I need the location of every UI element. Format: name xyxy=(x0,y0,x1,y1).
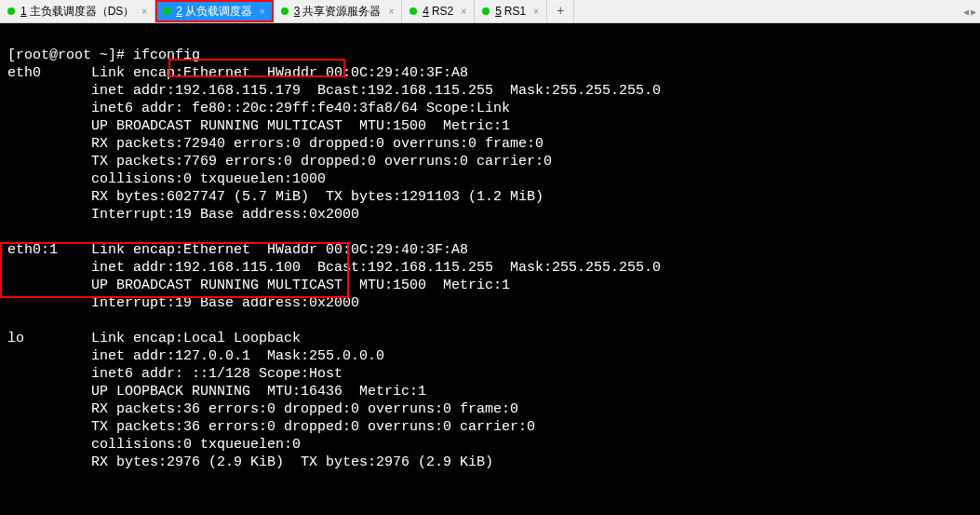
lo-line: UP LOOPBACK RUNNING MTU:16436 Metric:1 xyxy=(7,384,426,400)
tab-nav-arrows[interactable]: ◀ ▶ xyxy=(963,0,976,23)
terminal-output[interactable]: [root@root ~]# ifconfig eth0 Link encap:… xyxy=(0,23,980,512)
eth01-line: eth0:1 Link encap:Ethernet HWaddr 00:0C:… xyxy=(7,242,485,258)
status-dot-icon xyxy=(409,7,417,15)
tab-bar: 1 主负载调度器（DS） × 2 从负载调度器 × 3 共享资源服务器 × 4 … xyxy=(0,0,980,23)
close-icon[interactable]: × xyxy=(141,7,147,17)
eth0-line: TX packets:7769 errors:0 dropped:0 overr… xyxy=(7,154,552,169)
chevron-left-icon[interactable]: ◀ xyxy=(963,7,969,18)
tab-2[interactable]: 2 从负载调度器 × xyxy=(155,0,274,22)
close-icon[interactable]: × xyxy=(388,7,394,17)
eth0-line: inet6 addr: fe80::20c:29ff:fe40:3fa8/64 … xyxy=(7,101,510,116)
tab-number: 5 xyxy=(495,5,502,18)
eth0-line: Interrupt:19 Base address:0x2000 xyxy=(7,207,368,223)
lo-line: TX packets:36 errors:0 dropped:0 overrun… xyxy=(7,419,535,435)
eth0-line: UP BROADCAST RUNNING MULTICAST MTU:1500 … xyxy=(7,118,510,134)
tab-4[interactable]: 4 RS2 × xyxy=(402,0,475,22)
eth01-line: inet addr:192.168.115.100 Bcast:192.168.… xyxy=(7,260,661,276)
plus-icon: + xyxy=(557,4,564,19)
tab-label: 共享资源服务器 xyxy=(302,4,381,20)
tab-label: 主负载调度器（DS） xyxy=(30,4,135,20)
tab-number: 4 xyxy=(423,5,429,18)
tab-label: 从负载调度器 xyxy=(185,4,252,20)
tab-number: 2 xyxy=(176,5,182,18)
lo-line: RX packets:36 errors:0 dropped:0 overrun… xyxy=(7,401,518,417)
tab-number: 1 xyxy=(20,5,27,18)
eth01-line: Interrupt:19 Base address:0x2000 xyxy=(7,295,368,311)
close-icon[interactable]: × xyxy=(533,7,539,17)
chevron-right-icon[interactable]: ▶ xyxy=(971,7,976,18)
lo-line: collisions:0 txqueuelen:0 xyxy=(7,437,309,453)
lo-line: RX bytes:2976 (2.9 KiB) TX bytes:2976 (2… xyxy=(7,454,493,470)
eth0-line: RX packets:72940 errors:0 dropped:0 over… xyxy=(7,136,544,152)
tab-1[interactable]: 1 主负载调度器（DS） × xyxy=(0,0,155,22)
eth0-line: eth0 Link encap:Ethernet HWaddr 00:0C:29… xyxy=(7,65,485,81)
prompt-line: [root@root ~]# ifconfig xyxy=(7,47,200,63)
add-tab-button[interactable]: + xyxy=(547,0,574,22)
eth01-line: UP BROADCAST RUNNING MULTICAST MTU:1500 … xyxy=(7,278,510,293)
eth0-line: inet addr:192.168.115.179 Bcast:192.168.… xyxy=(7,83,661,99)
tab-label: RS2 xyxy=(432,5,453,18)
eth0-line: collisions:0 txqueuelen:1000 xyxy=(7,171,334,187)
tab-label: RS1 xyxy=(504,5,526,18)
lo-line: inet6 addr: ::1/128 Scope:Host xyxy=(7,366,342,382)
eth0-line: RX bytes:6027747 (5.7 MiB) TX bytes:1291… xyxy=(7,189,544,205)
tab-5[interactable]: 5 RS1 × xyxy=(475,0,547,22)
lo-line: lo Link encap:Local Loopback xyxy=(7,331,317,346)
status-dot-icon xyxy=(281,7,289,15)
status-dot-icon xyxy=(482,7,490,15)
status-dot-icon xyxy=(163,7,170,15)
close-icon[interactable]: × xyxy=(461,7,466,17)
status-dot-icon xyxy=(7,7,15,15)
tab-3[interactable]: 3 共享资源服务器 × xyxy=(274,0,403,22)
close-icon[interactable]: × xyxy=(260,7,265,17)
tab-number: 3 xyxy=(294,5,301,18)
lo-line: inet addr:127.0.0.1 Mask:255.0.0.0 xyxy=(7,348,384,364)
